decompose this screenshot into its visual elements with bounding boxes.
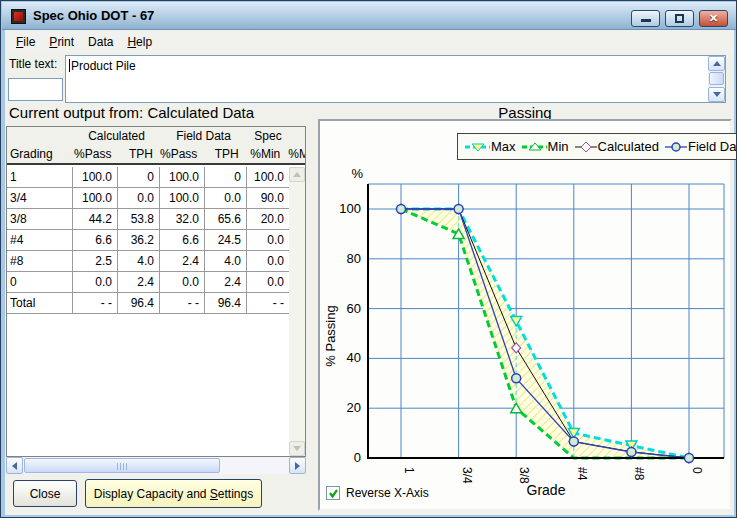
table-h-scroll-thumb[interactable] xyxy=(24,458,220,473)
table-row[interactable]: 3/844.253.832.065.620.0 xyxy=(7,209,289,230)
svg-text:Grade: Grade xyxy=(527,482,566,498)
menu-print[interactable]: Print xyxy=(42,32,81,52)
table-cell: 2.4 xyxy=(118,272,160,292)
svg-text:80: 80 xyxy=(347,251,361,266)
group-header: Spec xyxy=(247,127,289,145)
table-row[interactable]: #82.54.02.44.00.0 xyxy=(7,251,289,272)
legend-label: Field Data xyxy=(688,139,737,154)
table-cell: - - xyxy=(160,293,205,313)
table-cell: 3/8 xyxy=(7,209,73,229)
svg-text:% Passing: % Passing xyxy=(323,305,338,366)
title-bar[interactable]: Spec Ohio DOT - 67 ✕ xyxy=(2,2,737,30)
svg-text:0: 0 xyxy=(690,467,704,474)
table-cell: 4.0 xyxy=(205,251,247,271)
table-cell: 100.0 xyxy=(73,167,118,187)
display-capacity-button[interactable]: Display Capacity and Settings xyxy=(85,479,262,508)
table-h-scrollbar[interactable] xyxy=(6,457,306,474)
table-cell: 100.0 xyxy=(73,188,118,208)
table-cell: #4 xyxy=(7,230,73,250)
checkbox-label: Reverse X-Axis xyxy=(346,486,429,500)
window-controls: ✕ xyxy=(631,10,728,27)
svg-text:40: 40 xyxy=(347,350,361,365)
table-row[interactable]: 1100.00100.00100.0 xyxy=(7,167,289,188)
svg-text:20: 20 xyxy=(347,400,361,415)
table-row[interactable]: Total- -96.4- -96.4- - xyxy=(7,293,289,314)
column-header: Grading xyxy=(7,145,72,163)
table-cell: - - xyxy=(247,293,289,313)
table-cell: 6.6 xyxy=(160,230,205,250)
scroll-down-button[interactable] xyxy=(708,87,725,102)
table-cell: 90.0 xyxy=(247,188,289,208)
table-cell: 2.5 xyxy=(73,251,118,271)
menu-help[interactable]: Help xyxy=(120,32,159,52)
table-cell: 4.0 xyxy=(118,251,160,271)
table-cell: 1 xyxy=(7,167,73,187)
svg-text:1: 1 xyxy=(402,467,416,474)
column-header: %Pass xyxy=(158,145,202,163)
reverse-x-axis-checkbox[interactable]: Reverse X-Axis xyxy=(326,486,429,500)
table-cell: Total xyxy=(7,293,73,313)
table-cell: 96.4 xyxy=(118,293,160,313)
grading-table-panel: CalculatedField DataSpec Grading%PassTPH… xyxy=(6,126,306,457)
table-cell: 0.0 xyxy=(73,272,118,292)
group-header: Field Data xyxy=(160,127,247,145)
table-cell: 36.2 xyxy=(118,230,160,250)
window-title: Spec Ohio DOT - 67 xyxy=(33,8,154,23)
title-text-scrollbar[interactable] xyxy=(708,56,725,102)
table-cell: 3/4 xyxy=(7,188,73,208)
menu-data[interactable]: Data xyxy=(81,32,120,52)
field-data-marker-icon xyxy=(665,141,687,153)
arrow-up-icon xyxy=(293,168,301,177)
checkbox-box xyxy=(326,486,340,500)
legend-item-min: Min xyxy=(522,139,569,154)
column-header: %M xyxy=(285,145,305,163)
close-icon: ✕ xyxy=(700,12,727,25)
chart-panel: 020406080100%13/43/8#4#80Grade% Passing … xyxy=(318,119,732,511)
maximize-button[interactable] xyxy=(665,10,694,27)
arrow-right-icon xyxy=(295,462,304,470)
table-cell: 0.0 xyxy=(247,251,289,271)
small-input-box[interactable] xyxy=(8,78,63,101)
table-scroll-right-button[interactable] xyxy=(289,457,306,474)
title-text-input[interactable]: Product Pile xyxy=(65,55,726,103)
legend-label: Calculated xyxy=(598,139,659,154)
scroll-thumb[interactable] xyxy=(709,72,724,85)
svg-text:3/4: 3/4 xyxy=(460,467,474,484)
table-v-scrollbar[interactable] xyxy=(289,167,305,456)
table-cell: 0.0 xyxy=(205,188,247,208)
chart-legend: Max Min Calculated Field Data xyxy=(457,133,737,160)
close-button[interactable]: ✕ xyxy=(699,10,728,27)
table-scroll-down-button[interactable] xyxy=(289,441,305,456)
table-cell: 53.8 xyxy=(118,209,160,229)
passing-chart: 020406080100%13/43/8#4#80Grade% Passing xyxy=(320,121,730,509)
display-button-label: Display Capacity and xyxy=(94,487,210,501)
table-cell: 0 xyxy=(7,272,73,292)
svg-text:#8: #8 xyxy=(632,467,646,481)
table-scroll-left-button[interactable] xyxy=(6,457,23,474)
table-cell: 100.0 xyxy=(160,167,205,187)
close-dialog-button[interactable]: Close xyxy=(13,480,77,507)
maximize-icon xyxy=(675,14,684,23)
table-cell: 24.5 xyxy=(205,230,247,250)
menu-file[interactable]: File xyxy=(9,32,42,52)
table-row[interactable]: 00.02.40.02.40.0 xyxy=(7,272,289,293)
client-area: Title text: Product Pile Current output … xyxy=(5,53,734,515)
app-window: Spec Ohio DOT - 67 ✕ FilePrintDataHelp T… xyxy=(0,0,737,518)
table-header: CalculatedField DataSpec Grading%PassTPH… xyxy=(7,127,305,165)
menu-bar: FilePrintDataHelp xyxy=(5,30,734,53)
table-scroll-up-button[interactable] xyxy=(289,167,305,182)
table-row[interactable]: #46.636.26.624.50.0 xyxy=(7,230,289,251)
table-cell: 6.6 xyxy=(73,230,118,250)
minimize-icon xyxy=(641,19,651,22)
table-row[interactable]: 3/4100.00.0100.00.090.0 xyxy=(7,188,289,209)
legend-label: Max xyxy=(491,139,516,154)
minimize-button[interactable] xyxy=(631,10,660,27)
scroll-up-button[interactable] xyxy=(708,56,725,71)
column-header: TPH xyxy=(116,145,157,163)
column-header: %Min xyxy=(244,145,285,163)
title-text-value: Product Pile xyxy=(71,59,136,73)
column-header: %Pass xyxy=(72,145,116,163)
column-header: TPH xyxy=(202,145,243,163)
svg-text:%: % xyxy=(351,166,363,181)
check-icon xyxy=(328,488,339,499)
